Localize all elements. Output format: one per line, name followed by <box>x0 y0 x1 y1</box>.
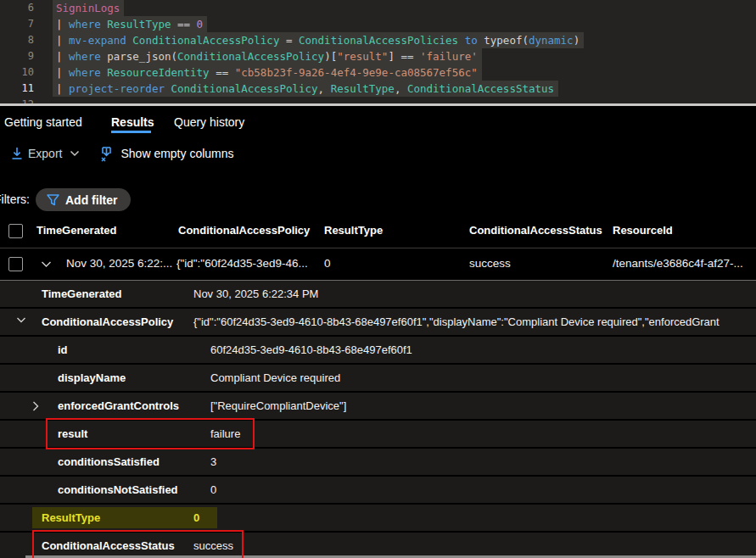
code-text: | where parse_json(ConditionalAccessPoli… <box>53 48 482 64</box>
detail-key: conditionsSatisfied <box>58 449 160 475</box>
detail-value: success <box>193 533 233 558</box>
code-line-11: 11| project-reorder ConditionalAccessPol… <box>0 81 756 97</box>
line-number: 9 <box>0 48 34 64</box>
row-detail-panel: TimeGeneratedNov 30, 2025 6:22:34 PMCond… <box>0 281 756 558</box>
cell-resourceid: /tenants/e3686c4f-af27-... <box>613 257 743 270</box>
column-header-resulttype[interactable]: ResultType <box>324 224 383 237</box>
detail-row-displayname[interactable]: displayNameCompliant Device required <box>0 365 756 391</box>
detail-row-conditionalaccessstatus[interactable]: ConditionalAccessStatussuccess <box>0 533 756 558</box>
cell-resulttype: 0 <box>324 257 331 270</box>
detail-value: failure <box>210 421 240 447</box>
cell-timegenerated: Nov 30, 2025 6:22:... <box>66 257 172 270</box>
detail-expand-chevron-right-icon[interactable] <box>32 401 39 411</box>
detail-row-enforcedgrantcontrols[interactable]: enforcedGrantControls["RequireCompliantD… <box>0 393 756 419</box>
detail-value: 0 <box>193 505 199 531</box>
grid-header-row: TimeGenerated ConditionalAccessPolicy Re… <box>0 216 756 248</box>
detail-value: 0 <box>210 477 216 503</box>
tab-getting-started[interactable]: Getting started <box>4 115 82 129</box>
show-empty-columns-label: Show empty columns <box>120 147 233 160</box>
filter-funnel-icon <box>47 194 59 206</box>
column-header-conditionalaccessstatus[interactable]: ConditionalAccessStatus <box>469 224 602 237</box>
detail-row-conditionsnotsatisfied[interactable]: conditionsNotSatisfied0 <box>0 477 756 503</box>
detail-key: TimeGenerated <box>42 281 121 307</box>
row-expand-chevron-down-icon[interactable] <box>41 261 52 268</box>
filters-label: Filters: <box>0 193 30 206</box>
column-header-resourceid[interactable]: ResourceId <box>613 224 673 237</box>
detail-key: conditionsNotSatisfied <box>58 477 178 503</box>
cell-conditionalaccesspolicy: {"id":"60f24d35-3ed9-46... <box>176 257 308 270</box>
tab-results[interactable]: Results <box>111 115 154 129</box>
line-number: 6 <box>0 0 34 16</box>
cell-conditionalaccessstatus: success <box>469 257 511 270</box>
show-empty-columns-icon <box>99 146 114 162</box>
row-checkbox[interactable] <box>8 257 23 271</box>
add-filter-button[interactable]: Add filter <box>36 188 131 211</box>
export-chevron-down-icon[interactable] <box>70 150 80 157</box>
detail-key: displayName <box>58 365 126 391</box>
column-header-timegenerated[interactable]: TimeGenerated <box>36 224 116 237</box>
line-number: 8 <box>0 32 34 48</box>
line-number: 11 <box>0 81 34 97</box>
detail-key: ConditionalAccessStatus <box>42 533 175 558</box>
code-line-9: 9| where parse_json(ConditionalAccessPol… <box>0 48 756 64</box>
detail-row-conditionssatisfied[interactable]: conditionsSatisfied3 <box>0 449 756 475</box>
detail-value: Nov 30, 2025 6:22:34 PM <box>193 281 318 307</box>
query-editor[interactable]: 6SigninLogs7| where ResultType == 08| mv… <box>0 0 756 104</box>
add-filter-label: Add filter <box>65 193 117 207</box>
tab-query-history[interactable]: Query history <box>174 115 244 129</box>
code-line-8: 8| mv-expand ConditionalAccessPolicy = C… <box>0 32 756 48</box>
log-analytics-results-screen: 6SigninLogs7| where ResultType == 08| mv… <box>0 0 756 558</box>
active-tab-underline <box>111 131 151 133</box>
export-label: Export <box>28 147 62 160</box>
editor-lines: 6SigninLogs7| where ResultType == 08| mv… <box>0 0 756 113</box>
code-text: | where ResultType == 0 <box>53 16 207 32</box>
detail-value: {"id":"60f24d35-3ed9-4610-8b43-68e497ef6… <box>193 309 720 335</box>
detail-value: 3 <box>210 449 216 475</box>
show-empty-columns-toggle[interactable]: Show empty columns <box>99 146 233 162</box>
detail-key: result <box>58 421 87 447</box>
code-text: | where ResourceIdentity == "cb58b23f-9a… <box>53 64 482 81</box>
code-line-7: 7| where ResultType == 0 <box>0 16 756 32</box>
code-line-6: 6SigninLogs <box>0 0 756 16</box>
export-button[interactable]: Export <box>11 147 80 160</box>
table-row[interactable]: Nov 30, 2025 6:22:... {"id":"60f24d35-3e… <box>0 248 756 281</box>
detail-key: ConditionalAccessPolicy <box>42 309 173 335</box>
results-toolbar: Export Show empty columns <box>0 136 756 171</box>
line-number: 10 <box>0 64 34 81</box>
detail-row-conditionalaccesspolicy[interactable]: ConditionalAccessPolicy{"id":"60f24d35-3… <box>0 309 756 335</box>
code-text: SigninLogs <box>53 0 124 16</box>
detail-value: 60f24d35-3ed9-4610-8b43-68e497ef60f1 <box>210 337 412 363</box>
detail-row-timegenerated[interactable]: TimeGeneratedNov 30, 2025 6:22:34 PM <box>0 281 756 307</box>
detail-row-result[interactable]: resultfailure <box>0 421 756 447</box>
detail-row-resulttype[interactable]: ResultType0 <box>0 505 756 531</box>
code-text: | mv-expand ConditionalAccessPolicy = Co… <box>53 32 584 48</box>
line-number: 7 <box>0 16 34 32</box>
detail-key: id <box>58 337 68 363</box>
select-all-checkbox[interactable] <box>8 224 23 238</box>
detail-expand-chevron-down-icon[interactable] <box>16 317 26 324</box>
code-line-10: 10| where ResourceIdentity == "cb58b23f-… <box>0 64 756 81</box>
column-header-conditionalaccesspolicy[interactable]: ConditionalAccessPolicy <box>178 224 310 237</box>
download-icon <box>11 147 23 160</box>
results-tab-bar: Getting started Results Query history <box>0 106 756 136</box>
detail-value: ["RequireCompliantDevice"] <box>210 393 346 419</box>
code-text: | project-reorder ConditionalAccessPolic… <box>53 81 558 97</box>
detail-value: Compliant Device required <box>210 365 340 391</box>
detail-key: enforcedGrantControls <box>58 393 179 419</box>
detail-row-id[interactable]: id60f24d35-3ed9-4610-8b43-68e497ef60f1 <box>0 337 756 363</box>
detail-key: ResultType <box>42 505 100 531</box>
